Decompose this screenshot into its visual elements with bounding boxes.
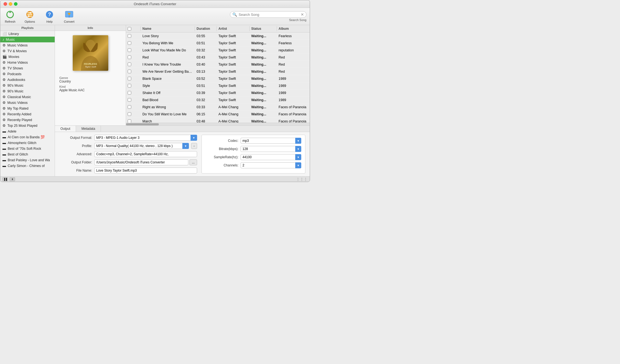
table-row[interactable]: Shake It Off03:39Taylor SwiftWaiting...1…	[126, 89, 310, 96]
minimize-button[interactable]	[9, 2, 12, 6]
options-button[interactable]: Options	[23, 10, 36, 23]
genre-label: Genre	[59, 76, 121, 80]
table-row[interactable]: Style03:51Taylor SwiftWaiting...1989	[126, 82, 310, 89]
codec-select-wrapper: mp3 ▼	[241, 138, 301, 144]
sidebar-item-90s-music[interactable]: ⚙90's Music	[0, 83, 55, 88]
close-button[interactable]	[4, 2, 7, 6]
refresh-button[interactable]: Refresh	[4, 10, 17, 23]
track-checkbox-4[interactable]	[128, 63, 131, 66]
sidebar-item-label-90s-music-2: 90's Music	[7, 89, 24, 93]
table-row[interactable]: Love Story03:55Taylor SwiftWaiting...Fea…	[126, 33, 310, 40]
track-checkbox-3[interactable]	[128, 55, 131, 59]
track-checkbox-12[interactable]	[128, 119, 131, 123]
samplerate-select[interactable]: 44100	[241, 154, 301, 160]
sidebar-item-library[interactable]: ⬜Library	[0, 31, 55, 37]
track-checkbox-2[interactable]	[128, 48, 131, 52]
table-row[interactable]: Right as Wrong03:33A-Mei ChangWaiting...…	[126, 104, 310, 111]
pause-button[interactable]: ▐▐	[2, 177, 8, 181]
horizontal-scrollbar[interactable]	[126, 123, 310, 125]
table-row[interactable]: Bad Blood03:32Taylor SwiftWaiting...1989	[126, 96, 310, 104]
table-row[interactable]: Look What You Made Me Do03:32Taylor Swif…	[126, 47, 310, 54]
track-checkbox-0[interactable]	[128, 34, 131, 38]
stop-button[interactable]: ⏸	[10, 177, 15, 181]
profile-select[interactable]: MP3 - Normal Quality( 44100 Hz, stereo ,…	[94, 143, 189, 149]
select-all-checkbox[interactable]	[128, 27, 131, 31]
bitrate-select[interactable]: 128	[241, 146, 301, 152]
tracks-list: Love Story03:55Taylor SwiftWaiting...Fea…	[126, 33, 310, 123]
table-row[interactable]: I Knew You Were Trouble03:40Taylor Swift…	[126, 61, 310, 68]
sidebar-item-recently-played[interactable]: ⚙Recently Played	[0, 117, 55, 123]
sidebar-item-my-top-rated[interactable]: ⚙My Top Rated	[0, 105, 55, 111]
sidebar-item-tv-shows[interactable]: ⚙TV Shows	[0, 65, 55, 71]
sidebar-item-90s-music-2[interactable]: ⚙90's Music	[0, 88, 55, 94]
table-row[interactable]: Do You Still Want to Love Me06:15A-Mei C…	[126, 111, 310, 118]
sidebar-item-al-cien[interactable]: ▬Al Cien con la Banda 💯	[0, 134, 55, 140]
search-input[interactable]	[239, 13, 299, 17]
sidebar-item-classical-music[interactable]: ⚙Classical Music	[0, 94, 55, 100]
sidebar-item-label-al-cien: Al Cien con la Banda 💯	[8, 135, 45, 139]
profile-minus-button[interactable]: -	[191, 143, 197, 149]
convert-button[interactable]: Convert	[63, 10, 76, 23]
track-num-7	[133, 85, 141, 86]
table-row[interactable]: Red03:43Taylor SwiftWaiting...Red	[126, 54, 310, 61]
track-checkbox-5[interactable]	[128, 70, 131, 73]
maximize-button[interactable]	[14, 2, 17, 6]
search-clear-icon[interactable]: ✕	[301, 12, 304, 17]
sidebar-item-best-glitch[interactable]: ▬Best of Glitch	[0, 151, 55, 157]
output-folder-input[interactable]	[94, 159, 188, 165]
profile-row: Profile: MP3 - Normal Quality( 44100 Hz,…	[59, 143, 197, 149]
channels-label: Channels:	[206, 163, 238, 167]
track-checkbox-6[interactable]	[128, 77, 131, 80]
sidebar-item-icon-adele: ▬	[2, 129, 6, 133]
sidebar-item-music-videos[interactable]: ⚙Music Videos	[0, 42, 55, 48]
table-row[interactable]: Blank Space03:52Taylor SwiftWaiting...19…	[126, 75, 310, 82]
track-checkbox-8[interactable]	[128, 91, 131, 95]
sidebar-item-brad-paisley[interactable]: ▬Brad Paisley - Love and Wa	[0, 157, 55, 163]
header-album: Album	[277, 26, 310, 31]
track-checkbox-10[interactable]	[128, 105, 131, 109]
table-row[interactable]: We Are Never Ever Getting Back Tog...03:…	[126, 68, 310, 75]
track-checkbox-1[interactable]	[128, 41, 131, 45]
track-duration-1: 03:51	[195, 41, 217, 46]
sidebar-item-movies[interactable]: 🎬Movies	[0, 54, 55, 60]
convert-icon	[64, 10, 74, 19]
help-button[interactable]: ? Help	[43, 10, 56, 23]
codec-select[interactable]: mp3	[241, 138, 301, 144]
sidebar-item-audiobooks[interactable]: ⚙Audiobooks	[0, 77, 55, 83]
track-duration-12: 03:48	[195, 119, 217, 123]
sidebar-item-atmospheric-glitch[interactable]: ▬Atmospheric Glitch	[0, 140, 55, 146]
track-num-2	[133, 50, 141, 51]
track-album-7: 1989	[277, 83, 310, 88]
sidebar-item-recently-added[interactable]: ⚙Recently Added	[0, 111, 55, 117]
tab-output[interactable]: Output	[55, 126, 76, 132]
sidebar-item-best-70s[interactable]: ▬Best of '70s Soft Rock	[0, 146, 55, 151]
track-duration-6: 03:52	[195, 76, 217, 81]
track-checkbox-7[interactable]	[128, 84, 131, 87]
track-checkbox-11[interactable]	[128, 112, 131, 116]
sidebar-list: ⬜Library♪Music⚙Music Videos⚙TV & Movies🎬…	[0, 31, 55, 176]
track-num-3	[133, 57, 141, 58]
sidebar-item-tv-movies[interactable]: ⚙TV & Movies	[0, 48, 55, 54]
table-row[interactable]: You Belong With Me03:51Taylor SwiftWaiti…	[126, 40, 310, 47]
sidebar-item-podcasts[interactable]: ⚙Podcasts	[0, 71, 55, 77]
output-format-select[interactable]: MP3 - MPEG-1 Audio Layer 3	[94, 135, 197, 141]
track-name-6: Blank Space	[141, 76, 195, 81]
tab-metadata[interactable]: Metadata	[76, 126, 101, 132]
track-checkbox-9[interactable]	[128, 98, 131, 102]
album-art: Taylor Swift FEARLESS	[73, 35, 108, 71]
table-row[interactable]: March03:48A-Mei ChangWaiting...Faces of …	[126, 118, 310, 123]
browse-button[interactable]: ...	[189, 159, 197, 165]
sidebar-item-music[interactable]: ♪Music	[0, 37, 55, 42]
resize-handle[interactable]: ⋮⋮⋮	[296, 177, 308, 181]
track-artist-10: A-Mei Chang	[217, 105, 250, 110]
sidebar-item-music-videos-2[interactable]: ⚙Music Videos	[0, 100, 55, 105]
info-panel: Info	[55, 25, 126, 125]
channels-select[interactable]: 2	[241, 162, 301, 168]
sidebar-item-top-25[interactable]: ⚙Top 25 Most Played	[0, 123, 55, 128]
sidebar-item-carly-simon[interactable]: ▬Carly Simon - Chimes of	[0, 163, 55, 169]
file-name-input[interactable]	[94, 168, 197, 174]
sidebar-item-home-videos[interactable]: ⚙Home Videos	[0, 60, 55, 65]
sidebar-item-adele[interactable]: ▬Adele	[0, 128, 55, 134]
track-duration-7: 03:51	[195, 83, 217, 88]
advanced-input[interactable]	[94, 151, 197, 157]
